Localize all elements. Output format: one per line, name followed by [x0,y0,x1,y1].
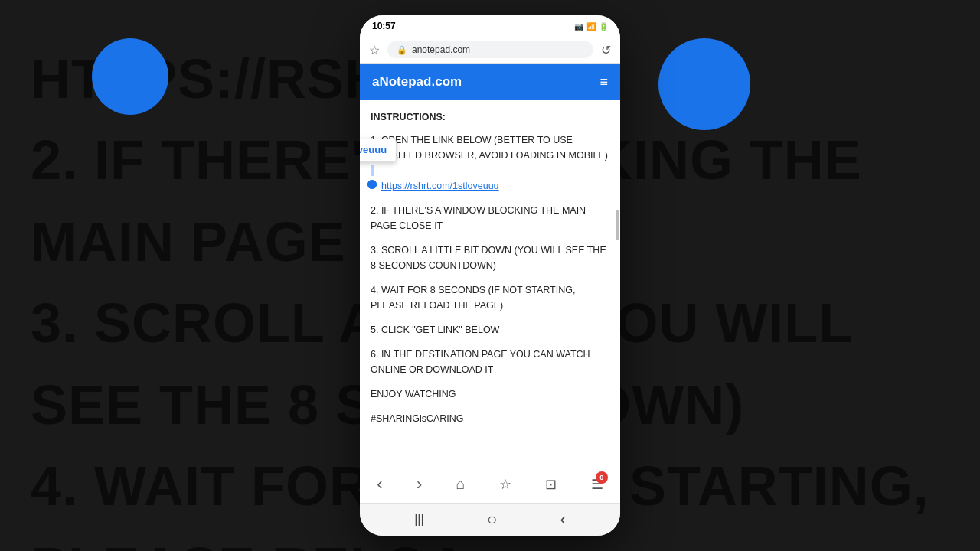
back-arrow-button[interactable]: ‹ [560,510,566,530]
phone-home-bar: ||| ○ ‹ [360,503,620,536]
home-circle-button[interactable]: ○ [487,510,497,530]
menu-button[interactable]: ☰ 0 [591,476,603,493]
bookmark-button[interactable]: ☆ [499,476,511,493]
instruction-item-1: 1. OPEN THE LINK BELOW (BETTER TO USE IN… [371,132,609,194]
forward-button[interactable]: › [416,474,422,494]
bookmark-icon[interactable]: ☆ [369,43,380,57]
content-area[interactable]: INSTRUCTIONS: 1. OPEN THE LINK BELOW (BE… [360,100,620,465]
instruction-text-3: 3. SCROLL A LITTLE BIT DOWN (YOU WILL SE… [371,245,606,271]
browser-chrome: ☆ 🔒 anotepad.com ↺ [360,37,620,64]
browser-bottom-nav: ‹ › ⌂ ☆ ⊡ ☰ 0 [360,465,620,503]
selection-popup-text: veuuu [360,144,387,155]
selection-handle-right [368,180,377,189]
instruction-text-6: 6. IN THE DESTINATION PAGE YOU CAN WATCH… [371,349,590,375]
menu-badge: 0 [596,471,608,484]
instruction-text-2: 2. IF THERE'S A WINDOW BLOCKING THE MAIN… [371,205,586,231]
status-bar: 10:57 📷 📶 🔋 [360,15,620,37]
instruction-item-3: 3. SCROLL A LITTLE BIT DOWN (YOU WILL SE… [371,243,609,273]
hashtag-text: #SHARINGisCARING [371,411,609,426]
instruction-text-1: 1. OPEN THE LINK BELOW (BETTER TO USE IN… [371,135,608,161]
recent-apps-button[interactable]: ||| [414,513,423,527]
status-time: 10:57 [372,21,396,31]
url-text: anotepad.com [412,44,470,55]
reload-icon[interactable]: ↺ [601,43,611,57]
instruction-item-5: 5. CLICK "GET LINK" BELOW [371,322,609,337]
selected-text [371,165,374,176]
instruction-text-4: 4. WAIT FOR 8 SECONDS (IF NOT STARTING, … [371,285,575,311]
status-icons: 📷 📶 🔋 [574,22,608,31]
battery-icon: 🔋 [599,22,608,31]
back-button[interactable]: ‹ [377,474,382,494]
instruction-item-4: 4. WAIT FOR 8 SECONDS (IF NOT STARTING, … [371,282,609,313]
scrollbar[interactable] [616,210,619,240]
instruction-link-1[interactable]: https://rshrt.com/1stloveuuu [381,178,609,194]
instruction-item-6: 6. IN THE DESTINATION PAGE YOU CAN WATCH… [371,347,609,377]
bg-circle-right [658,38,750,130]
phone-container: 10:57 📷 📶 🔋 ☆ 🔒 anotepad.com ↺ aNotepad.… [360,15,620,536]
instructions-heading: INSTRUCTIONS: [371,109,609,125]
bg-line-6: PLEASE RELOA [31,534,949,551]
instruction-text-5: 5. CLICK "GET LINK" BELOW [371,324,499,335]
bg-circle-top [92,38,168,115]
home-button[interactable]: ⌂ [456,475,466,493]
enjoy-text: ENJOY WATCHING [371,386,609,402]
app-header: aNotepad.com ≡ [360,64,620,100]
hamburger-icon[interactable]: ≡ [599,74,608,90]
selection-popup: veuuu [360,139,397,162]
selection-overlay: veuuu [371,163,374,178]
app-title: aNotepad.com [372,74,462,90]
address-bar[interactable]: 🔒 anotepad.com [387,41,593,58]
lock-icon: 🔒 [397,45,407,55]
tabs-button[interactable]: ⊡ [545,476,557,493]
camera-icon: 📷 [574,22,583,31]
instruction-item-2: 2. IF THERE'S A WINDOW BLOCKING THE MAIN… [371,203,609,233]
signal-icon: 📶 [586,22,596,31]
